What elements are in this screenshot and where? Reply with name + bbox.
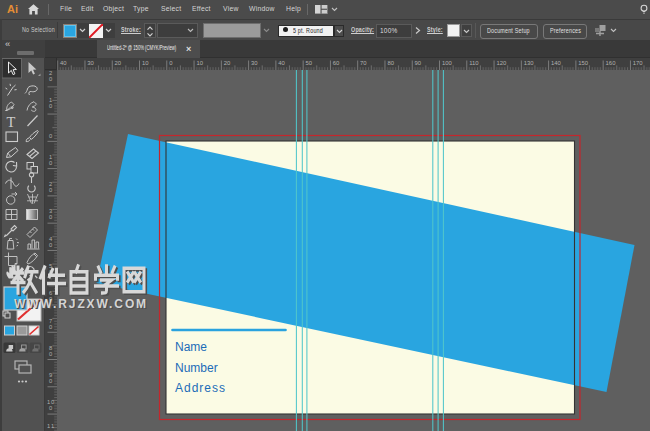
svg-text:30: 30 bbox=[87, 60, 94, 66]
svg-text:0: 0 bbox=[49, 160, 52, 166]
svg-text:0: 0 bbox=[49, 242, 52, 248]
svg-text:160: 160 bbox=[606, 60, 617, 66]
svg-text:0: 0 bbox=[49, 103, 52, 109]
svg-text:Name: Name bbox=[175, 340, 207, 354]
svg-text:40: 40 bbox=[278, 60, 285, 66]
svg-text:110: 110 bbox=[469, 60, 479, 66]
svg-text:0: 0 bbox=[49, 187, 52, 193]
svg-text:0: 0 bbox=[49, 378, 52, 384]
svg-text:Number: Number bbox=[175, 361, 218, 375]
svg-text:WWW.RJZXW.COM: WWW.RJZXW.COM bbox=[14, 297, 148, 311]
svg-text:T: T bbox=[7, 114, 16, 130]
svg-text:1: 1 bbox=[51, 423, 54, 429]
svg-text:0: 0 bbox=[49, 133, 52, 139]
svg-text:0: 0 bbox=[49, 405, 52, 411]
svg-text:1: 1 bbox=[47, 423, 50, 429]
svg-text:90: 90 bbox=[415, 60, 422, 66]
svg-text:100: 100 bbox=[442, 60, 453, 66]
svg-text:140: 140 bbox=[551, 60, 562, 66]
svg-text:70: 70 bbox=[360, 60, 367, 66]
svg-text:40: 40 bbox=[60, 60, 67, 66]
svg-text:50: 50 bbox=[306, 60, 313, 66]
svg-text:30: 30 bbox=[251, 60, 258, 66]
svg-text:80: 80 bbox=[387, 60, 394, 66]
svg-text:170: 170 bbox=[633, 60, 644, 66]
svg-text:20: 20 bbox=[224, 60, 231, 66]
svg-text:130: 130 bbox=[524, 60, 535, 66]
svg-text:150: 150 bbox=[578, 60, 589, 66]
svg-text:Address: Address bbox=[175, 381, 226, 395]
svg-text:10: 10 bbox=[142, 60, 149, 66]
svg-text:10: 10 bbox=[196, 60, 203, 66]
svg-text:0: 0 bbox=[49, 76, 52, 82]
svg-text:20: 20 bbox=[115, 60, 122, 66]
svg-text:120: 120 bbox=[497, 60, 508, 66]
svg-text:0: 0 bbox=[49, 324, 52, 330]
svg-text:60: 60 bbox=[333, 60, 340, 66]
svg-text:0: 0 bbox=[49, 214, 52, 220]
svg-text:0: 0 bbox=[49, 351, 52, 357]
